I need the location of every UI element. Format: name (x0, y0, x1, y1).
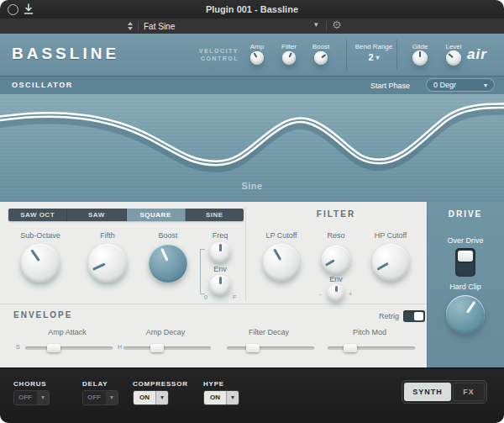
amp-attack-label: Amp Attack (25, 328, 109, 336)
osc-env-min-label: 0 (204, 294, 207, 300)
gear-icon[interactable]: ⚙ (332, 19, 342, 31)
chevron-down-icon: ▾ (376, 54, 380, 61)
tab-sine[interactable]: SINE (186, 209, 244, 221)
chevron-down-icon[interactable]: ▾ (226, 391, 239, 404)
slider-handle[interactable] (344, 344, 357, 352)
slider-handle[interactable] (246, 344, 260, 352)
fifth-knob[interactable] (88, 244, 127, 283)
chorus-toggle[interactable]: OFF ▾ (13, 390, 50, 405)
preset-up-icon[interactable] (128, 22, 133, 25)
hp-cutoff-label: HP Cutoff (349, 231, 433, 240)
osc-env-label: Env (178, 265, 262, 273)
bassline-logo: BASSLINE (12, 45, 119, 63)
drive-title: DRIVE (427, 209, 504, 219)
freq-knob[interactable] (210, 242, 230, 262)
tab-square[interactable]: SQUARE (127, 209, 186, 221)
bassline-plugin-window: Plugin 001 - Bassline Fat Sine ▾ ⚙ BASSL… (0, 0, 504, 423)
level-knob[interactable] (446, 50, 461, 66)
start-phase-select[interactable]: 0 Degr ▾ (426, 78, 495, 92)
glide-knob[interactable] (412, 50, 428, 66)
amp-decay-slider[interactable] (123, 346, 211, 350)
filter-env-max-label: + (349, 291, 352, 297)
slider-handle[interactable] (150, 344, 164, 352)
chevron-down-icon[interactable]: ▾ (314, 20, 318, 29)
slider-handle[interactable] (47, 344, 60, 352)
pitch-mod-slider[interactable] (328, 346, 415, 350)
divider (245, 207, 246, 301)
divider (0, 304, 427, 304)
divider (396, 40, 397, 70)
reso-knob[interactable] (322, 246, 350, 274)
hype-toggle[interactable]: ON ▾ (203, 390, 239, 405)
velocity-boost-knob[interactable] (314, 51, 328, 65)
toggle-thumb (414, 312, 423, 320)
hype-label: HYPE (203, 380, 224, 388)
overdrive-label: Over Drive (427, 236, 504, 245)
wave-name-label: Sine (0, 181, 504, 191)
tab-saw-oct[interactable]: SAW OCT (8, 209, 67, 221)
velocity-control-label: VELOCITY CONTROL (186, 47, 239, 62)
filter-title: FILTER (302, 209, 370, 219)
preset-bar (0, 19, 504, 34)
chevron-down-icon[interactable]: ▾ (155, 391, 168, 404)
air-logo: air (467, 46, 487, 63)
chevron-down-icon: ▾ (484, 82, 487, 89)
filter-env-min-label: - (319, 291, 321, 297)
sub-octave-knob[interactable] (21, 244, 60, 283)
preset-down-icon[interactable] (128, 27, 133, 30)
envelope-title: ENVELOPE (13, 310, 72, 320)
window-title: Plugin 001 - Bassline (0, 4, 504, 14)
delay-label: DELAY (82, 380, 108, 388)
waveform-tabs: SAW OCT SAW SQUARE SINE (8, 209, 244, 221)
divider (138, 21, 139, 31)
oscillator-title: OSCILLATOR (12, 81, 73, 89)
amp-decay-label: Amp Decay (123, 328, 207, 336)
bend-range-select[interactable]: 2 ▾ (356, 52, 391, 62)
chevron-down-icon[interactable]: ▾ (105, 391, 118, 404)
chorus-label: CHORUS (13, 380, 46, 388)
amp-attack-min-label: S (16, 344, 20, 350)
filter-decay-label: Filter Decay (227, 328, 311, 336)
switch-thumb (458, 251, 473, 262)
preset-selector[interactable]: Fat Sine (144, 22, 175, 31)
drive-knob[interactable] (446, 295, 485, 334)
osc-env-knob[interactable] (210, 275, 230, 295)
bend-range-label: Bend Range (340, 43, 407, 50)
retrig-label: Retrig (315, 312, 399, 320)
pitch-mod-label: Pitch Mod (328, 328, 412, 336)
filter-decay-slider[interactable] (227, 346, 314, 350)
tab-saw[interactable]: SAW (67, 209, 126, 221)
filter-env-label: Env (294, 275, 378, 283)
compressor-label: COMPRESSOR (133, 380, 188, 388)
view-switcher: SYNTH FX (402, 380, 487, 404)
start-phase-label: Start Phase (370, 82, 410, 90)
fx-view-button[interactable]: FX (453, 383, 485, 401)
chevron-down-icon[interactable]: ▾ (36, 391, 49, 404)
filter-env-knob[interactable] (328, 284, 344, 301)
retrig-toggle[interactable] (403, 310, 425, 322)
compressor-toggle[interactable]: ON ▾ (133, 390, 169, 405)
osc-env-max-label: F (233, 294, 236, 300)
overdrive-switch[interactable] (455, 248, 475, 277)
divider (326, 21, 327, 31)
amp-knob[interactable] (250, 51, 264, 65)
filter-knob[interactable] (282, 51, 296, 65)
amp-attack-max-label: H (118, 344, 122, 350)
amp-attack-slider[interactable] (25, 346, 113, 350)
hardclip-label: Hard Clip (427, 283, 504, 291)
synth-view-button[interactable]: SYNTH (404, 383, 451, 401)
osc-boost-knob[interactable] (149, 244, 187, 283)
delay-toggle[interactable]: OFF ▾ (82, 390, 118, 405)
